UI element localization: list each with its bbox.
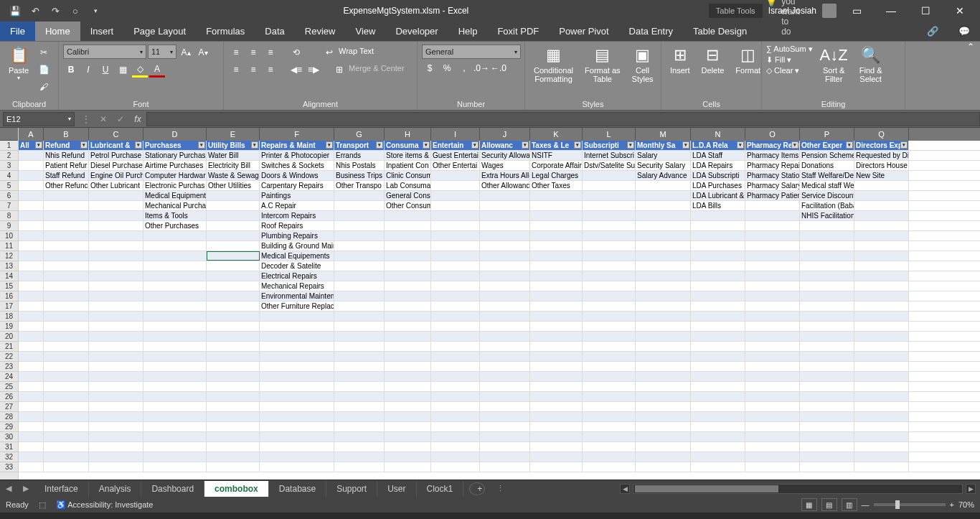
cell-M5[interactable]: [636, 181, 691, 190]
cell-O25[interactable]: [745, 382, 800, 391]
row-header-17[interactable]: 17: [0, 301, 18, 312]
cell-P29[interactable]: [800, 422, 854, 431]
cell-N11[interactable]: [691, 241, 745, 251]
cell-H14[interactable]: [385, 271, 431, 281]
cell-N13[interactable]: [691, 261, 745, 271]
cell-E33[interactable]: [207, 462, 260, 472]
cell-N1[interactable]: L.D.A Rela▾: [691, 141, 745, 150]
cell-E1[interactable]: Utility Bills▾: [207, 141, 260, 150]
cell-F24[interactable]: [260, 372, 334, 381]
cell-N25[interactable]: [691, 382, 745, 391]
cell-G6[interactable]: [334, 191, 385, 200]
sheet-tab-user[interactable]: User: [377, 481, 416, 497]
sheet-tab-database[interactable]: Database: [269, 481, 326, 497]
cell-J18[interactable]: [480, 312, 530, 321]
cell-E21[interactable]: [207, 342, 260, 351]
cell-I32[interactable]: [431, 452, 480, 462]
cell-B29[interactable]: [44, 422, 89, 431]
close-button[interactable]: ✕: [946, 0, 974, 22]
cell-F20[interactable]: [260, 332, 334, 341]
cell-L30[interactable]: [583, 432, 636, 441]
cell-E7[interactable]: [207, 201, 260, 210]
cell-J29[interactable]: [480, 422, 530, 431]
cell-P28[interactable]: [800, 412, 854, 421]
share-icon[interactable]: 🔗: [917, 22, 948, 41]
cell-C3[interactable]: Diesel Purchase: [89, 161, 143, 170]
cell-M28[interactable]: [636, 412, 691, 421]
cell-I1[interactable]: Entertain▾: [431, 141, 480, 150]
cell-N7[interactable]: LDA Bills: [691, 201, 745, 210]
cell-P15[interactable]: [800, 281, 854, 291]
cell-O24[interactable]: [745, 372, 800, 381]
cell-L27[interactable]: [583, 402, 636, 411]
row-header-2[interactable]: 2: [0, 151, 18, 161]
cell-A26[interactable]: [19, 392, 44, 401]
cell-N12[interactable]: [691, 251, 745, 261]
cell-A11[interactable]: [19, 241, 44, 251]
cell-Q28[interactable]: [854, 412, 909, 421]
cell-A24[interactable]: [19, 372, 44, 381]
cell-M19[interactable]: [636, 322, 691, 331]
cell-E11[interactable]: [207, 241, 260, 251]
cell-O9[interactable]: [745, 221, 800, 230]
cell-D9[interactable]: Other Purchases: [143, 221, 207, 230]
redo-icon[interactable]: ↷: [47, 3, 63, 19]
cell-C7[interactable]: [89, 201, 143, 210]
cell-F8[interactable]: Intercom Repairs: [260, 211, 334, 220]
cell-K13[interactable]: [530, 261, 583, 271]
cell-C31[interactable]: [89, 442, 143, 452]
cell-G14[interactable]: [334, 271, 385, 281]
cell-A19[interactable]: [19, 322, 44, 331]
row-header-23[interactable]: 23: [0, 362, 18, 372]
cut-icon[interactable]: ✂: [36, 45, 52, 60]
cell-F12[interactable]: Medical Equipements: [260, 251, 334, 261]
cell-H30[interactable]: [385, 432, 431, 441]
cell-O29[interactable]: [745, 422, 800, 431]
cell-J21[interactable]: [480, 342, 530, 351]
developer-tab[interactable]: Developer: [385, 22, 448, 41]
formula-options-icon[interactable]: ⋮: [77, 114, 95, 124]
cell-B25[interactable]: [44, 382, 89, 391]
cell-Q3[interactable]: Directors House: [854, 161, 909, 170]
cell-K32[interactable]: [530, 452, 583, 462]
comments-icon[interactable]: 💬: [948, 22, 980, 41]
cell-D17[interactable]: [143, 301, 207, 311]
cell-I23[interactable]: [431, 362, 480, 371]
cell-N6[interactable]: LDA Lubricant &: [691, 191, 745, 200]
cell-D11[interactable]: [143, 241, 207, 251]
cell-C29[interactable]: [89, 422, 143, 431]
cell-L13[interactable]: [583, 261, 636, 271]
cell-O26[interactable]: [745, 392, 800, 401]
cell-I20[interactable]: [431, 332, 480, 341]
cell-F25[interactable]: [260, 382, 334, 391]
cell-P24[interactable]: [800, 372, 854, 381]
cell-O8[interactable]: [745, 211, 800, 220]
cell-G22[interactable]: [334, 352, 385, 361]
cell-I18[interactable]: [431, 312, 480, 321]
increase-font-icon[interactable]: A▴: [178, 45, 194, 60]
power-pivot-tab[interactable]: Power Pivot: [549, 22, 618, 41]
cell-L11[interactable]: [583, 241, 636, 251]
cell-G4[interactable]: Business Trips: [334, 171, 385, 180]
cell-O22[interactable]: [745, 352, 800, 361]
cell-A9[interactable]: [19, 221, 44, 230]
cell-Q1[interactable]: Directors Expe▾: [854, 141, 909, 150]
cell-D8[interactable]: Items & Tools: [143, 211, 207, 220]
cell-P1[interactable]: Other Exper▾: [800, 141, 854, 150]
row-header-32[interactable]: 32: [0, 452, 18, 462]
cell-E9[interactable]: [207, 221, 260, 230]
cell-F26[interactable]: [260, 392, 334, 401]
help-tab[interactable]: Help: [448, 22, 488, 41]
format-as-table-button[interactable]: ▤Format as Table: [580, 45, 625, 85]
cell-I26[interactable]: [431, 392, 480, 401]
cell-N29[interactable]: [691, 422, 745, 431]
cell-K22[interactable]: [530, 352, 583, 361]
cell-F31[interactable]: [260, 442, 334, 452]
cell-J13[interactable]: [480, 261, 530, 271]
filter-icon[interactable]: ▾: [251, 141, 258, 149]
cell-J23[interactable]: [480, 362, 530, 371]
cell-F16[interactable]: Environmental Maintenance: [260, 291, 334, 301]
cell-A25[interactable]: [19, 382, 44, 391]
cell-M26[interactable]: [636, 392, 691, 401]
sheet-options-icon[interactable]: ⋮: [491, 484, 510, 493]
